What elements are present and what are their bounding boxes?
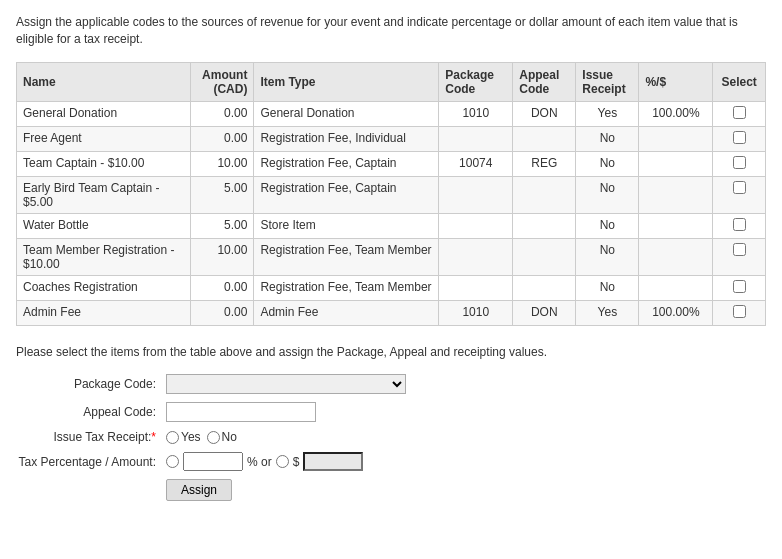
cell-select [713,238,766,275]
appeal-code-label: Appeal Code: [16,405,166,419]
cell-name: Team Captain - $10.00 [17,151,191,176]
tax-pct-controls: % or $ [166,452,363,471]
cell-select [713,300,766,325]
cell-itemtype: Registration Fee, Captain [254,151,439,176]
cell-amount: 0.00 [191,300,254,325]
cell-pct [639,213,713,238]
cell-appealcode [513,213,576,238]
cell-name: Water Bottle [17,213,191,238]
cell-pkgcode: 10074 [439,151,513,176]
section2-text: Please select the items from the table a… [16,344,766,361]
cell-itemtype: Registration Fee, Team Member [254,238,439,275]
cell-name: Team Member Registration - $10.00 [17,238,191,275]
row-select-checkbox[interactable] [733,181,746,194]
cell-select [713,126,766,151]
cell-amount: 5.00 [191,176,254,213]
cell-pct [639,238,713,275]
cell-amount: 5.00 [191,213,254,238]
cell-itemtype: Store Item [254,213,439,238]
package-code-row: Package Code: [16,374,766,394]
header-amount: Amount (CAD) [191,62,254,101]
cell-amount: 10.00 [191,238,254,275]
cell-amount: 0.00 [191,101,254,126]
cell-pct [639,176,713,213]
cell-itemtype: Admin Fee [254,300,439,325]
cell-select [713,213,766,238]
cell-select [713,275,766,300]
appeal-code-input[interactable] [166,402,316,422]
issue-tax-receipt-row: Issue Tax Receipt:* Yes No [16,430,766,444]
row-select-checkbox[interactable] [733,305,746,318]
row-select-checkbox[interactable] [733,243,746,256]
package-code-input-wrapper [166,374,406,394]
issue-tax-yes-label: Yes [166,430,201,444]
cell-itemtype: Registration Fee, Team Member [254,275,439,300]
assignment-form: Package Code: Appeal Code: Issue Tax Rec… [16,374,766,501]
issue-tax-yes-radio[interactable] [166,431,179,444]
cell-appealcode: REG [513,151,576,176]
cell-pkgcode [439,126,513,151]
cell-appealcode [513,275,576,300]
cell-itemtype: Registration Fee, Individual [254,126,439,151]
header-select: Select [713,62,766,101]
dollar-label: $ [293,455,300,469]
assign-button[interactable]: Assign [166,479,232,501]
cell-appealcode [513,176,576,213]
cell-appealcode [513,238,576,275]
table-row: Team Captain - $10.0010.00Registration F… [17,151,766,176]
cell-name: Coaches Registration [17,275,191,300]
cell-appealcode: DON [513,300,576,325]
cell-name: General Donation [17,101,191,126]
header-issuereceipt: Issue Receipt [576,62,639,101]
cell-issuereceipt: No [576,151,639,176]
cell-select [713,101,766,126]
row-select-checkbox[interactable] [733,156,746,169]
cell-issuereceipt: No [576,213,639,238]
table-row: Team Member Registration - $10.0010.00Re… [17,238,766,275]
table-row: Water Bottle5.00Store ItemNo [17,213,766,238]
cell-select [713,176,766,213]
cell-itemtype: General Donation [254,101,439,126]
dollar-radio[interactable] [276,455,289,468]
header-pkgcode: Package Code [439,62,513,101]
table-row: General Donation0.00General Donation1010… [17,101,766,126]
cell-issuereceipt: Yes [576,101,639,126]
cell-pkgcode [439,213,513,238]
cell-pct [639,126,713,151]
table-row: Early Bird Team Captain - $5.005.00Regis… [17,176,766,213]
cell-itemtype: Registration Fee, Captain [254,176,439,213]
cell-appealcode: DON [513,101,576,126]
row-select-checkbox[interactable] [733,218,746,231]
package-code-label: Package Code: [16,377,166,391]
pct-radio[interactable] [166,455,179,468]
issue-tax-no-radio[interactable] [207,431,220,444]
cell-pkgcode [439,275,513,300]
cell-amount: 0.00 [191,126,254,151]
cell-pkgcode [439,238,513,275]
cell-select [713,151,766,176]
cell-pkgcode [439,176,513,213]
cell-pct: 100.00% [639,300,713,325]
row-select-checkbox[interactable] [733,280,746,293]
cell-issuereceipt: No [576,275,639,300]
cell-amount: 0.00 [191,275,254,300]
cell-issuereceipt: Yes [576,300,639,325]
table-row: Coaches Registration0.00Registration Fee… [17,275,766,300]
header-itemtype: Item Type [254,62,439,101]
tax-pct-amount-row: Tax Percentage / Amount: % or $ [16,452,766,471]
cell-pkgcode: 1010 [439,101,513,126]
cell-pkgcode: 1010 [439,300,513,325]
cell-pct [639,275,713,300]
cell-name: Free Agent [17,126,191,151]
intro-text: Assign the applicable codes to the sourc… [16,14,766,48]
row-select-checkbox[interactable] [733,131,746,144]
pct-input[interactable] [183,452,243,471]
dollar-input[interactable] [303,452,363,471]
package-code-select[interactable] [166,374,406,394]
appeal-code-input-wrapper [166,402,316,422]
revenue-table: Name Amount (CAD) Item Type Package Code… [16,62,766,326]
cell-pct: 100.00% [639,101,713,126]
assign-button-row: Assign [16,479,766,501]
row-select-checkbox[interactable] [733,106,746,119]
appeal-code-row: Appeal Code: [16,402,766,422]
